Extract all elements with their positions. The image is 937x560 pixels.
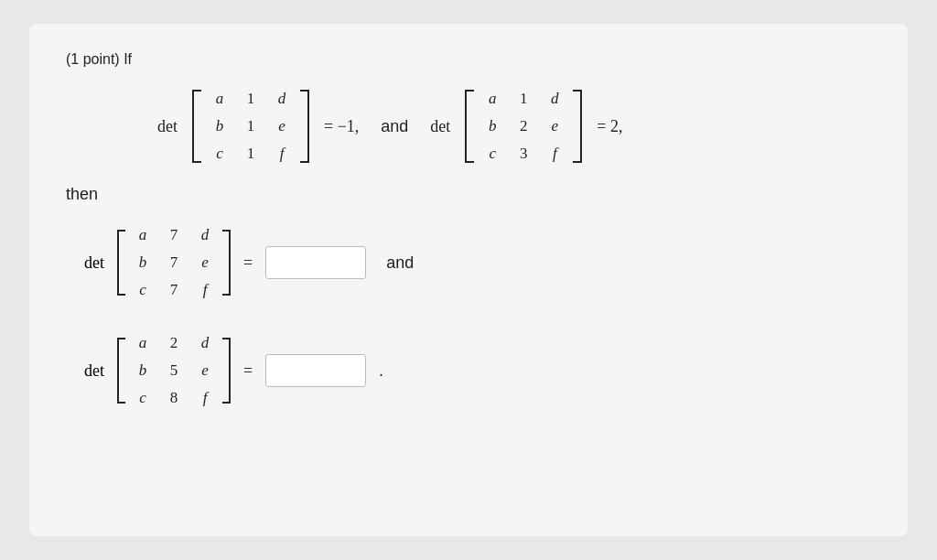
matrix4: a 2 d b 5 e c 8 f — [117, 330, 231, 411]
m3-r2c2: 7 — [170, 253, 178, 272]
det-label-4: det — [84, 361, 104, 381]
matrix1: a 1 d b 1 e c 1 f — [192, 86, 309, 167]
m3-r3c3: f — [203, 281, 208, 299]
left-bracket-2 — [465, 90, 474, 163]
m4-r1c1: a — [139, 334, 147, 352]
det-label-1: det — [157, 117, 178, 136]
m3-r2c1: b — [139, 253, 147, 272]
m3-r1c1: a — [139, 226, 147, 244]
result-2: = 2, — [597, 117, 622, 136]
det-label-2: det — [430, 117, 450, 136]
m2-r3c1: c — [490, 145, 497, 163]
m1-r1c1: a — [216, 90, 224, 108]
connector-2: and — [386, 253, 414, 273]
m4-r2c3: e — [201, 361, 209, 380]
m1-r2c1: b — [216, 117, 224, 135]
answer-section-1: det a 7 d b 7 e c 7 f = and — [84, 222, 871, 303]
m3-r3c1: c — [139, 281, 146, 299]
m2-r1c3: d — [551, 90, 559, 108]
answer-input-1[interactable] — [265, 246, 366, 279]
matrix4-grid: a 2 d b 5 e c 8 f — [130, 330, 218, 411]
right-bracket-1 — [300, 90, 309, 163]
m4-r1c2: 2 — [170, 334, 178, 352]
m1-r2c2: 1 — [247, 117, 255, 135]
then-label: then — [66, 185, 871, 204]
m2-r1c1: a — [489, 90, 497, 108]
left-bracket-1 — [192, 90, 201, 163]
right-bracket-2 — [573, 90, 582, 163]
left-bracket-3 — [117, 230, 125, 296]
m1-r1c2: 1 — [247, 90, 255, 108]
m1-r3c3: f — [280, 145, 285, 163]
m1-r3c1: c — [216, 145, 223, 163]
m2-r2c3: e — [552, 117, 559, 135]
matrix3: a 7 d b 7 e c 7 f — [117, 222, 231, 303]
m4-r3c3: f — [203, 389, 208, 407]
equals-3: = — [243, 253, 253, 273]
m4-r3c2: 8 — [170, 389, 178, 407]
matrix1-grid: a 1 d b 1 e c 1 f — [207, 86, 295, 167]
m2-r3c3: f — [553, 145, 557, 163]
left-bracket-4 — [117, 338, 125, 404]
matrix2-grid: a 1 d b 2 e c 3 f — [479, 86, 567, 167]
right-bracket-4 — [222, 338, 231, 404]
m4-r2c1: b — [139, 361, 147, 380]
m3-r2c3: e — [201, 253, 209, 272]
m2-r3c2: 3 — [520, 145, 528, 163]
answer-input-2[interactable] — [265, 354, 366, 387]
problem-header: (1 point) If — [66, 51, 871, 68]
period: . — [379, 361, 383, 381]
m4-r1c3: d — [201, 334, 210, 352]
matrix3-grid: a 7 d b 7 e c 7 f — [130, 222, 218, 303]
right-bracket-3 — [222, 230, 231, 296]
matrix2: a 1 d b 2 e c 3 f — [465, 86, 582, 167]
m1-r2c3: e — [278, 117, 285, 135]
m2-r2c2: 2 — [520, 117, 528, 135]
answer-section-2: det a 2 d b 5 e c 8 f = . — [84, 330, 871, 411]
m3-r1c2: 7 — [170, 226, 178, 244]
m2-r2c1: b — [489, 117, 497, 135]
m1-r1c3: d — [278, 90, 286, 108]
equals-4: = — [243, 361, 253, 381]
m2-r1c2: 1 — [520, 90, 528, 108]
result-1: = −1, — [324, 117, 359, 136]
det-label-3: det — [84, 253, 104, 273]
connector-1: and — [381, 117, 408, 136]
m4-r3c1: c — [139, 389, 146, 407]
m3-r1c3: d — [201, 226, 210, 244]
top-math-line: det a 1 d b 1 e c 1 f = −1, and det — [157, 86, 871, 167]
m1-r3c2: 1 — [247, 145, 255, 163]
m4-r2c2: 5 — [170, 361, 178, 380]
m3-r3c2: 7 — [170, 281, 178, 299]
card: (1 point) If det a 1 d b 1 e c 1 f = −1,… — [29, 24, 908, 536]
